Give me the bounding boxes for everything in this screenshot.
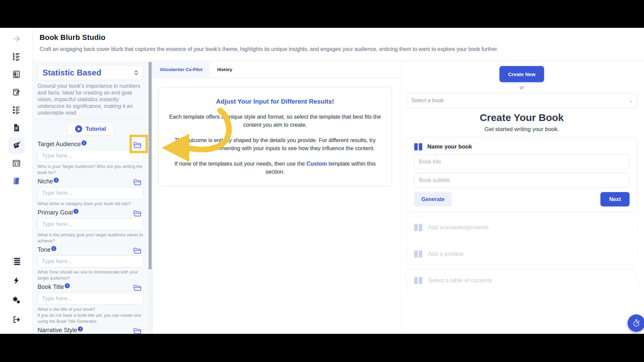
field-input[interactable] [38,187,144,199]
name-your-book-card: Name your book Generate Next [406,137,637,212]
card-paragraph-2: The outcome is entirely shaped by the de… [167,136,383,152]
sidebar-item-settings[interactable] [8,292,24,308]
add-acknowledgements-row[interactable]: Add acknowledgements [406,217,637,239]
book-title-input[interactable] [414,155,630,169]
sidebar-item-documents[interactable] [8,120,24,136]
info-icon[interactable] [82,140,87,145]
open-book-icon [414,250,423,258]
stopwatch-icon [632,319,641,327]
tab-history[interactable]: History [210,61,239,78]
generate-button[interactable]: Generate [414,192,452,206]
card-paragraph-1: Each template offers a unique style and … [167,113,383,129]
updown-chevron-icon [133,69,139,76]
select-toc-row[interactable]: Select a table of contents [406,269,637,292]
or-separator: or [406,85,637,90]
timer-fab-button[interactable] [628,314,644,332]
tab-bar: Ghostwriter Co-Pilot History [153,61,400,78]
page-header: Book Blurb Studio Craft an engaging back… [33,28,644,61]
sidebar-item-quick-actions[interactable] [8,273,24,289]
field-label: Tone [38,246,56,253]
sidebar-item-menu-list[interactable] [8,253,24,269]
selected-template-label: Statistic Based [43,68,101,77]
chevron-down-icon: ⌄ [629,98,633,103]
row-label: Add a preface [428,251,464,257]
folder-icon[interactable] [133,178,142,186]
folder-icon[interactable] [133,247,142,255]
tab-ghostwriter-copilot[interactable]: Ghostwriter Co-Pilot [153,61,210,78]
info-icon[interactable] [73,209,78,214]
select-book-placeholder: Select a book [411,98,444,104]
field-input[interactable] [38,150,144,162]
field-help: What niche or category does your book fa… [38,201,144,207]
template-fields: Target Audience Who is your Target Audie… [38,140,144,334]
create-your-book-subheading: Get started writing your book. [406,126,637,133]
info-icon[interactable] [54,178,59,183]
field-input[interactable] [38,293,144,305]
custom-template-link[interactable]: Custom [307,161,327,167]
scrollbar-thumb[interactable] [149,62,152,269]
field-label: Niche [38,178,59,185]
next-button[interactable]: Next [600,192,630,206]
add-preface-row[interactable]: Add a preface [406,243,637,265]
field-label: Narrative Style [38,326,83,334]
sidebar-item-blurb-studio[interactable] [8,137,24,154]
field-niche: Niche What niche or category does your b… [38,178,144,207]
sidebar-item-library[interactable] [8,173,24,189]
field-help: What Tone should we use to communicate w… [38,269,144,281]
field-input[interactable] [38,218,144,230]
book-subtitle-input[interactable] [414,173,630,188]
sidebar-bottom-group [8,253,24,327]
screen: Book Blurb Studio Craft an engaging back… [0,0,644,362]
field-label: Book Title [38,283,70,291]
info-icon[interactable] [65,283,70,288]
sidebar-item-forms[interactable] [8,66,24,82]
template-description: Ground your book's importance in numbers… [38,83,144,116]
page-subtitle: Craft an engaging back cover blurb that … [40,46,636,52]
sidebar-item-logout[interactable] [8,311,24,327]
folder-icon[interactable] [133,327,142,334]
open-book-icon [414,224,423,232]
select-book-dropdown[interactable]: Select a book ⌄ [406,93,637,108]
field-help: What is the primary goal your target aud… [38,232,144,244]
template-selector[interactable]: Statistic Based [38,65,144,80]
template-panel: Statistic Based Ground your book's impor… [33,61,153,334]
create-new-button[interactable]: Create New [499,66,544,82]
field-target-audience: Target Audience Who is your Target Audie… [38,140,144,176]
field-input[interactable] [38,255,144,267]
row-label: Select a table of contents [428,277,492,284]
info-icon[interactable] [51,246,56,251]
sidebar-collapse-arrow-icon[interactable] [8,31,24,47]
book-panel: Create New or Select a book ⌄ Create You… [400,61,644,334]
card-paragraph-3: If none of the templates suit your needs… [167,160,383,176]
tutorial-button[interactable]: Tutorial [67,122,114,136]
sidebar-item-write-book[interactable] [8,84,24,100]
divider [33,119,152,119]
folder-icon[interactable] [133,209,142,218]
folder-icon[interactable] [133,284,142,292]
sidebar-item-audience[interactable] [8,49,24,65]
create-your-book-heading: Create Your Book [406,112,637,123]
field-help: Who is your Target Audience? Who are you… [38,164,144,176]
copilot-panel: Ghostwriter Co-Pilot History Adjust Your… [153,61,400,334]
field-tone: Tone What Tone should we use to communic… [38,246,144,281]
row-label: Add acknowledgements [428,224,489,231]
field-help: What is the title of your book? If you d… [38,306,144,324]
field-narrative-style: Narrative Style [38,326,144,334]
info-icon[interactable] [78,326,83,331]
field-label: Primary Goal [38,209,78,216]
highlight-annotation [129,135,148,153]
play-icon [75,125,82,132]
field-label: Target Audience [38,140,87,148]
field-book-title: Book Title What is the title of your boo… [38,283,144,324]
tutorial-label: Tutorial [86,126,106,132]
sidebar-item-profile[interactable] [8,155,24,171]
open-book-icon [414,277,423,285]
main-area: Book Blurb Studio Craft an engaging back… [33,28,644,334]
content-row: Statistic Based Ground your book's impor… [33,61,644,334]
sidebar [0,28,33,334]
open-book-icon [414,143,423,151]
sidebar-item-steps[interactable] [8,102,24,118]
field-primary-goal: Primary Goal What is the primary goal yo… [38,209,144,244]
scrollbar-track[interactable] [148,61,152,334]
card-title: Adjust Your Input for Different Results! [167,98,383,105]
